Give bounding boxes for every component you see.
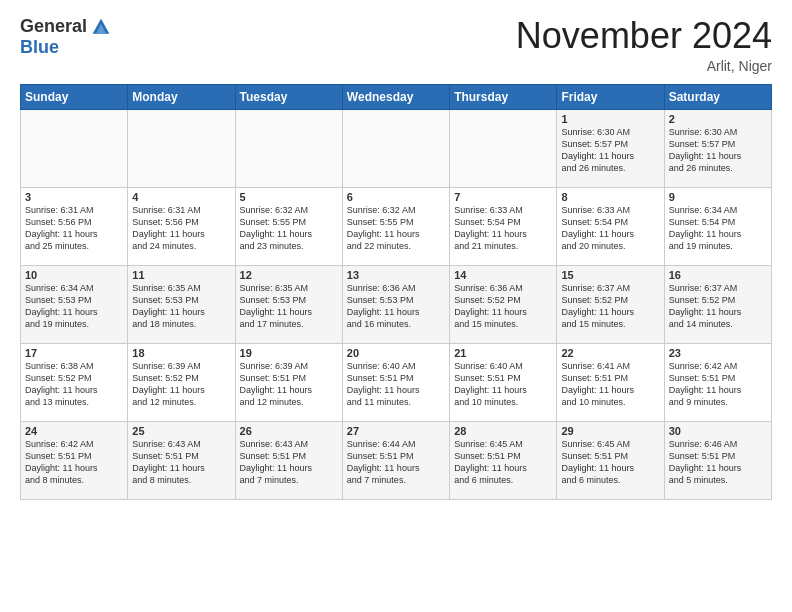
calendar-cell: 30Sunrise: 6:46 AM Sunset: 5:51 PM Dayli… (664, 421, 771, 499)
calendar-week-row: 24Sunrise: 6:42 AM Sunset: 5:51 PM Dayli… (21, 421, 772, 499)
day-info: Sunrise: 6:45 AM Sunset: 5:51 PM Dayligh… (454, 438, 552, 487)
day-info: Sunrise: 6:40 AM Sunset: 5:51 PM Dayligh… (454, 360, 552, 409)
day-info: Sunrise: 6:43 AM Sunset: 5:51 PM Dayligh… (132, 438, 230, 487)
calendar-cell: 2Sunrise: 6:30 AM Sunset: 5:57 PM Daylig… (664, 109, 771, 187)
day-info: Sunrise: 6:31 AM Sunset: 5:56 PM Dayligh… (25, 204, 123, 253)
calendar-week-row: 17Sunrise: 6:38 AM Sunset: 5:52 PM Dayli… (21, 343, 772, 421)
header: General Blue November 2024 Arlit, Niger (20, 16, 772, 74)
day-info: Sunrise: 6:36 AM Sunset: 5:52 PM Dayligh… (454, 282, 552, 331)
calendar-cell: 22Sunrise: 6:41 AM Sunset: 5:51 PM Dayli… (557, 343, 664, 421)
calendar-cell: 18Sunrise: 6:39 AM Sunset: 5:52 PM Dayli… (128, 343, 235, 421)
day-info: Sunrise: 6:37 AM Sunset: 5:52 PM Dayligh… (561, 282, 659, 331)
month-title: November 2024 (516, 16, 772, 56)
calendar-table: SundayMondayTuesdayWednesdayThursdayFrid… (20, 84, 772, 500)
day-info: Sunrise: 6:36 AM Sunset: 5:53 PM Dayligh… (347, 282, 445, 331)
day-number: 22 (561, 347, 659, 359)
day-number: 25 (132, 425, 230, 437)
calendar-cell: 24Sunrise: 6:42 AM Sunset: 5:51 PM Dayli… (21, 421, 128, 499)
calendar-cell (128, 109, 235, 187)
calendar-week-row: 10Sunrise: 6:34 AM Sunset: 5:53 PM Dayli… (21, 265, 772, 343)
day-number: 14 (454, 269, 552, 281)
calendar-cell: 16Sunrise: 6:37 AM Sunset: 5:52 PM Dayli… (664, 265, 771, 343)
calendar-cell: 29Sunrise: 6:45 AM Sunset: 5:51 PM Dayli… (557, 421, 664, 499)
calendar-cell: 15Sunrise: 6:37 AM Sunset: 5:52 PM Dayli… (557, 265, 664, 343)
calendar-cell: 9Sunrise: 6:34 AM Sunset: 5:54 PM Daylig… (664, 187, 771, 265)
day-info: Sunrise: 6:34 AM Sunset: 5:54 PM Dayligh… (669, 204, 767, 253)
day-info: Sunrise: 6:39 AM Sunset: 5:51 PM Dayligh… (240, 360, 338, 409)
day-info: Sunrise: 6:46 AM Sunset: 5:51 PM Dayligh… (669, 438, 767, 487)
location: Arlit, Niger (516, 58, 772, 74)
day-number: 26 (240, 425, 338, 437)
calendar-cell: 14Sunrise: 6:36 AM Sunset: 5:52 PM Dayli… (450, 265, 557, 343)
day-info: Sunrise: 6:45 AM Sunset: 5:51 PM Dayligh… (561, 438, 659, 487)
calendar-week-row: 1Sunrise: 6:30 AM Sunset: 5:57 PM Daylig… (21, 109, 772, 187)
day-info: Sunrise: 6:35 AM Sunset: 5:53 PM Dayligh… (132, 282, 230, 331)
day-number: 15 (561, 269, 659, 281)
calendar-cell: 23Sunrise: 6:42 AM Sunset: 5:51 PM Dayli… (664, 343, 771, 421)
day-info: Sunrise: 6:30 AM Sunset: 5:57 PM Dayligh… (561, 126, 659, 175)
day-info: Sunrise: 6:33 AM Sunset: 5:54 PM Dayligh… (454, 204, 552, 253)
logo-blue-text: Blue (20, 37, 59, 58)
day-info: Sunrise: 6:31 AM Sunset: 5:56 PM Dayligh… (132, 204, 230, 253)
title-area: November 2024 Arlit, Niger (516, 16, 772, 74)
logo-general-text: General (20, 16, 87, 37)
day-number: 9 (669, 191, 767, 203)
calendar-cell: 25Sunrise: 6:43 AM Sunset: 5:51 PM Dayli… (128, 421, 235, 499)
calendar-cell: 26Sunrise: 6:43 AM Sunset: 5:51 PM Dayli… (235, 421, 342, 499)
calendar-cell (21, 109, 128, 187)
day-info: Sunrise: 6:37 AM Sunset: 5:52 PM Dayligh… (669, 282, 767, 331)
day-number: 6 (347, 191, 445, 203)
day-info: Sunrise: 6:35 AM Sunset: 5:53 PM Dayligh… (240, 282, 338, 331)
weekday-header: Wednesday (342, 84, 449, 109)
calendar-cell: 21Sunrise: 6:40 AM Sunset: 5:51 PM Dayli… (450, 343, 557, 421)
day-number: 30 (669, 425, 767, 437)
day-number: 21 (454, 347, 552, 359)
calendar-cell: 27Sunrise: 6:44 AM Sunset: 5:51 PM Dayli… (342, 421, 449, 499)
logo: General Blue (20, 16, 111, 58)
calendar-cell: 10Sunrise: 6:34 AM Sunset: 5:53 PM Dayli… (21, 265, 128, 343)
day-number: 27 (347, 425, 445, 437)
day-number: 28 (454, 425, 552, 437)
day-info: Sunrise: 6:33 AM Sunset: 5:54 PM Dayligh… (561, 204, 659, 253)
weekday-header: Saturday (664, 84, 771, 109)
logo-icon (91, 17, 111, 37)
calendar-cell: 6Sunrise: 6:32 AM Sunset: 5:55 PM Daylig… (342, 187, 449, 265)
day-info: Sunrise: 6:38 AM Sunset: 5:52 PM Dayligh… (25, 360, 123, 409)
calendar-cell: 28Sunrise: 6:45 AM Sunset: 5:51 PM Dayli… (450, 421, 557, 499)
day-number: 16 (669, 269, 767, 281)
day-number: 4 (132, 191, 230, 203)
weekday-header: Thursday (450, 84, 557, 109)
calendar-cell: 13Sunrise: 6:36 AM Sunset: 5:53 PM Dayli… (342, 265, 449, 343)
day-number: 2 (669, 113, 767, 125)
day-info: Sunrise: 6:43 AM Sunset: 5:51 PM Dayligh… (240, 438, 338, 487)
day-info: Sunrise: 6:32 AM Sunset: 5:55 PM Dayligh… (347, 204, 445, 253)
day-number: 18 (132, 347, 230, 359)
calendar-week-row: 3Sunrise: 6:31 AM Sunset: 5:56 PM Daylig… (21, 187, 772, 265)
day-info: Sunrise: 6:30 AM Sunset: 5:57 PM Dayligh… (669, 126, 767, 175)
day-number: 5 (240, 191, 338, 203)
weekday-header: Friday (557, 84, 664, 109)
day-number: 10 (25, 269, 123, 281)
calendar-cell: 8Sunrise: 6:33 AM Sunset: 5:54 PM Daylig… (557, 187, 664, 265)
page: General Blue November 2024 Arlit, Niger … (0, 0, 792, 612)
calendar-cell: 3Sunrise: 6:31 AM Sunset: 5:56 PM Daylig… (21, 187, 128, 265)
day-info: Sunrise: 6:32 AM Sunset: 5:55 PM Dayligh… (240, 204, 338, 253)
calendar-cell: 4Sunrise: 6:31 AM Sunset: 5:56 PM Daylig… (128, 187, 235, 265)
calendar-cell (450, 109, 557, 187)
day-number: 8 (561, 191, 659, 203)
day-number: 7 (454, 191, 552, 203)
calendar-cell: 19Sunrise: 6:39 AM Sunset: 5:51 PM Dayli… (235, 343, 342, 421)
day-number: 13 (347, 269, 445, 281)
calendar-cell: 11Sunrise: 6:35 AM Sunset: 5:53 PM Dayli… (128, 265, 235, 343)
day-number: 11 (132, 269, 230, 281)
day-info: Sunrise: 6:39 AM Sunset: 5:52 PM Dayligh… (132, 360, 230, 409)
day-info: Sunrise: 6:34 AM Sunset: 5:53 PM Dayligh… (25, 282, 123, 331)
weekday-header: Monday (128, 84, 235, 109)
day-number: 20 (347, 347, 445, 359)
day-number: 23 (669, 347, 767, 359)
day-number: 3 (25, 191, 123, 203)
calendar-cell (235, 109, 342, 187)
day-number: 17 (25, 347, 123, 359)
weekday-header: Sunday (21, 84, 128, 109)
day-info: Sunrise: 6:40 AM Sunset: 5:51 PM Dayligh… (347, 360, 445, 409)
